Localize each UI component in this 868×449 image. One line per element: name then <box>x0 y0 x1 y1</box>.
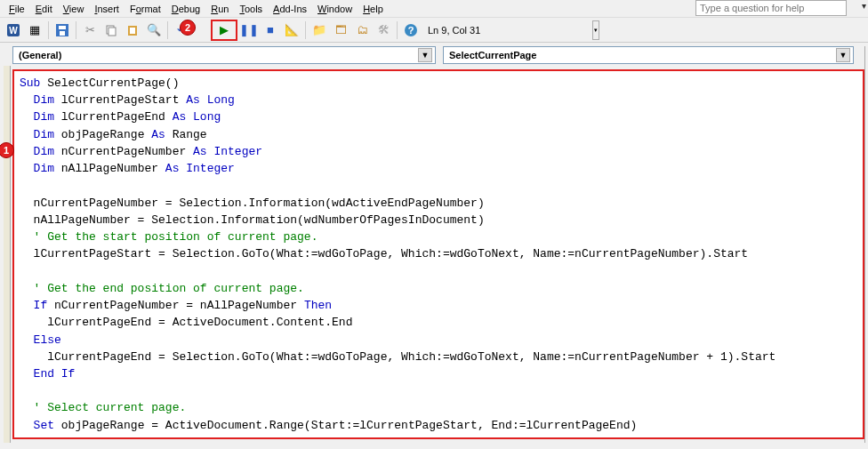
save-icon[interactable] <box>52 20 72 40</box>
object-browser-icon[interactable]: 🗂 <box>352 20 372 40</box>
chevron-down-icon: ▼ <box>836 48 850 62</box>
toolbar: W ▦ ✂ 🔍 ↶ 2 ▶ ❚❚ ■ 📐 📁 🗔 🗂 🛠 ? Ln 9, Col… <box>0 18 868 43</box>
menu-addins[interactable]: Add-Ins <box>268 2 312 16</box>
menu-debug[interactable]: Debug <box>166 2 205 16</box>
menu-view[interactable]: View <box>58 2 90 16</box>
design-mode-icon[interactable]: 📐 <box>282 20 301 40</box>
code-margin <box>4 66 11 443</box>
object-procedure-bar: (General) ▼ SelectCurrentPage ▼ <box>0 43 868 68</box>
find-icon[interactable]: 🔍 <box>144 20 164 40</box>
svg-rect-6 <box>108 28 116 36</box>
svg-rect-3 <box>59 26 66 29</box>
help-search-input[interactable] <box>695 0 847 16</box>
help-icon[interactable]: ? <box>401 20 421 40</box>
menu-file[interactable]: File <box>4 2 30 16</box>
code-editor[interactable]: Sub SelectCurrentPage() Dim lCurrentPage… <box>20 75 857 439</box>
code-editor-highlight: Sub SelectCurrentPage() Dim lCurrentPage… <box>12 69 864 439</box>
menu-run[interactable]: Run <box>205 2 234 16</box>
menu-edit[interactable]: Edit <box>30 2 58 16</box>
break-icon[interactable]: ❚❚ <box>239 20 259 40</box>
help-search-dropdown-icon[interactable]: ▾ <box>862 1 866 11</box>
svg-text:W: W <box>9 26 18 36</box>
toolbar-overflow-icon[interactable]: ▾ <box>592 20 599 40</box>
project-explorer-icon[interactable]: 📁 <box>309 20 329 40</box>
object-dropdown-value: (General) <box>19 50 61 60</box>
run-button-highlight: ▶ <box>211 20 237 41</box>
menu-tools[interactable]: Tools <box>234 2 268 16</box>
scrollbar-track[interactable] <box>864 46 868 443</box>
menu-format[interactable]: Format <box>125 2 166 16</box>
menubar: File Edit View Insert Format Debug Run T… <box>0 0 868 18</box>
reset-icon[interactable]: ■ <box>261 20 280 40</box>
toolbox-icon[interactable]: 🛠 <box>374 20 393 40</box>
properties-icon[interactable]: 🗔 <box>331 20 350 40</box>
object-dropdown[interactable]: (General) ▼ <box>12 46 436 64</box>
run-icon[interactable]: ▶ <box>214 20 234 40</box>
menu-insert[interactable]: Insert <box>89 2 125 16</box>
cursor-position: Ln 9, Col 31 <box>428 25 480 36</box>
svg-text:?: ? <box>408 25 414 36</box>
paste-icon[interactable] <box>123 20 142 40</box>
menu-window[interactable]: Window <box>312 2 358 16</box>
word-icon[interactable]: W <box>4 20 23 40</box>
cut-icon[interactable]: ✂ <box>80 20 100 40</box>
annotation-2-badge: 2 <box>180 20 196 36</box>
menu-help[interactable]: Help <box>358 2 389 16</box>
view-code-icon[interactable]: ▦ <box>25 20 44 40</box>
procedure-dropdown-value: SelectCurrentPage <box>449 50 536 60</box>
svg-rect-8 <box>130 28 135 34</box>
copy-icon[interactable] <box>101 20 121 40</box>
procedure-dropdown[interactable]: SelectCurrentPage ▼ <box>443 46 854 64</box>
chevron-down-icon: ▼ <box>418 48 432 62</box>
svg-rect-4 <box>60 31 65 36</box>
